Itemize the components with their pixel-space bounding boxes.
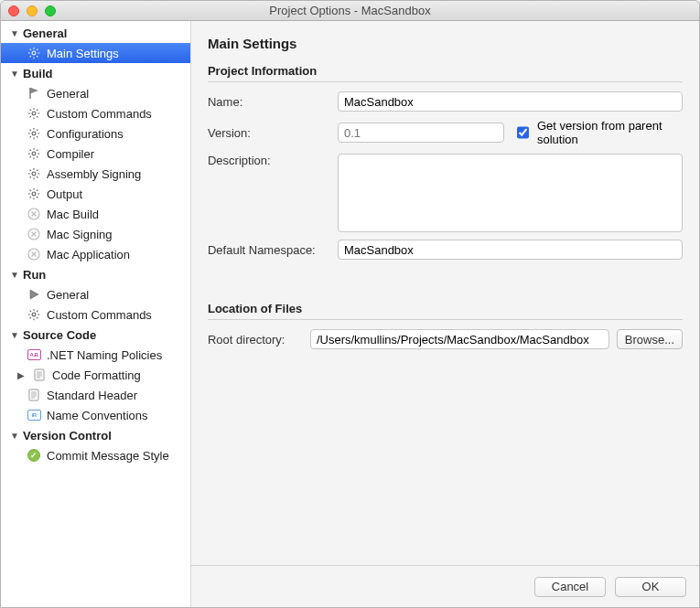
sidebar-item-label: Code Formatting xyxy=(52,368,141,382)
sidebar: ▼ General Main Settings ▼ Build General … xyxy=(1,21,191,607)
root-directory-label: Root directory: xyxy=(208,333,310,347)
namespace-input[interactable] xyxy=(338,240,683,260)
sidebar-item-label: Custom Commands xyxy=(47,107,152,121)
gear-icon xyxy=(27,307,41,322)
sidebar-item-assembly-signing[interactable]: Assembly Signing xyxy=(1,164,190,184)
window-title: Project Options - MacSandbox xyxy=(1,4,699,17)
x-circle-icon xyxy=(27,247,41,261)
name-label: Name: xyxy=(208,95,338,109)
version-input xyxy=(338,123,504,143)
sidebar-item-run-custom-commands[interactable]: Custom Commands xyxy=(1,304,190,325)
document-icon xyxy=(32,368,47,382)
divider xyxy=(208,81,683,82)
sidebar-item-compiler[interactable]: Compiler xyxy=(1,144,190,164)
sidebar-item-net-naming-policies[interactable]: A.B .NET Naming Policies xyxy=(1,345,190,365)
namespace-label: Default Namespace: xyxy=(208,243,338,257)
sidebar-item-build-general[interactable]: General xyxy=(1,83,190,103)
sidebar-item-label: Mac Build xyxy=(47,208,99,221)
rename-icon: iR xyxy=(27,408,41,422)
row-description: Description: xyxy=(208,154,683,232)
titlebar: Project Options - MacSandbox xyxy=(1,1,699,21)
chevron-down-icon: ▼ xyxy=(10,431,19,441)
sidebar-category-label: Build xyxy=(23,67,53,80)
sidebar-item-name-conventions[interactable]: iR Name Conventions xyxy=(1,405,190,425)
version-checkbox-label: Get version from parent solution xyxy=(537,119,683,146)
section-location-of-files: Location of Files xyxy=(208,302,683,315)
sidebar-category-version-control[interactable]: ▼ Version Control xyxy=(1,425,190,445)
check-circle-icon xyxy=(27,448,41,463)
row-root-directory: Root directory: Browse... xyxy=(208,329,683,349)
gear-icon xyxy=(27,106,41,121)
sidebar-item-label: Commit Message Style xyxy=(47,449,169,463)
sidebar-item-main-settings[interactable]: Main Settings xyxy=(1,43,190,63)
sidebar-category-general[interactable]: ▼ General xyxy=(1,23,190,43)
version-from-parent-checkbox[interactable] xyxy=(517,126,529,139)
version-label: Version: xyxy=(208,126,338,140)
maximize-window-button[interactable] xyxy=(45,5,56,16)
content-panel: Main Settings Project Information Name: … xyxy=(191,21,699,607)
svg-point-2 xyxy=(32,112,36,115)
svg-marker-10 xyxy=(30,290,38,299)
x-circle-icon xyxy=(27,227,41,241)
gear-icon xyxy=(27,46,41,60)
divider xyxy=(208,319,683,320)
document-icon xyxy=(27,388,41,402)
sidebar-item-label: Mac Signing xyxy=(47,228,113,241)
svg-marker-1 xyxy=(30,88,38,93)
svg-point-0 xyxy=(32,51,36,55)
sidebar-item-standard-header[interactable]: Standard Header xyxy=(1,385,190,405)
sidebar-item-label: Main Settings xyxy=(47,47,119,60)
page-title: Main Settings xyxy=(208,36,683,51)
browse-button[interactable]: Browse... xyxy=(617,329,683,349)
sidebar-category-label: Version Control xyxy=(23,429,112,443)
gear-icon xyxy=(27,187,41,201)
chevron-down-icon: ▼ xyxy=(10,330,19,340)
sidebar-item-code-formatting[interactable]: ▶ Code Formatting xyxy=(1,365,190,385)
close-window-button[interactable] xyxy=(8,5,19,16)
sidebar-item-mac-signing[interactable]: Mac Signing xyxy=(1,224,190,244)
sidebar-item-label: Custom Commands xyxy=(47,308,152,322)
sidebar-item-commit-message-style[interactable]: Commit Message Style xyxy=(1,445,190,465)
svg-point-5 xyxy=(32,172,36,176)
sidebar-category-source-code[interactable]: ▼ Source Code xyxy=(1,325,190,345)
sidebar-item-run-general[interactable]: General xyxy=(1,284,190,304)
sidebar-item-label: General xyxy=(47,288,89,302)
svg-point-3 xyxy=(32,132,36,135)
gear-icon xyxy=(27,146,41,161)
gear-icon xyxy=(27,166,41,181)
flag-icon xyxy=(27,86,41,101)
dialog-footer: Cancel OK xyxy=(191,565,699,607)
sidebar-item-mac-application[interactable]: Mac Application xyxy=(1,244,190,264)
sidebar-item-label: Output xyxy=(47,187,82,201)
traffic-lights xyxy=(8,5,56,16)
name-input[interactable] xyxy=(338,91,683,112)
svg-point-6 xyxy=(32,192,36,196)
sidebar-category-build[interactable]: ▼ Build xyxy=(1,63,190,83)
sidebar-item-custom-commands[interactable]: Custom Commands xyxy=(1,103,190,123)
svg-point-11 xyxy=(32,313,36,316)
section-project-information: Project Information xyxy=(208,64,683,78)
sidebar-item-configurations[interactable]: Configurations xyxy=(1,123,190,144)
svg-rect-13 xyxy=(29,389,38,400)
row-name: Name: xyxy=(208,91,683,112)
sidebar-item-output[interactable]: Output xyxy=(1,184,190,204)
ok-button[interactable]: OK xyxy=(615,577,686,597)
sidebar-category-label: Run xyxy=(23,268,46,282)
sidebar-item-label: General xyxy=(47,87,89,101)
row-version: Version: Get version from parent solutio… xyxy=(208,119,683,146)
cancel-button[interactable]: Cancel xyxy=(534,577,606,597)
description-textarea[interactable] xyxy=(338,154,683,232)
sidebar-item-mac-build[interactable]: Mac Build xyxy=(1,204,190,224)
sidebar-category-run[interactable]: ▼ Run xyxy=(1,264,190,284)
sidebar-category-label: General xyxy=(23,27,67,40)
svg-point-4 xyxy=(32,152,36,155)
chevron-down-icon: ▼ xyxy=(10,270,19,280)
sidebar-item-label: Name Conventions xyxy=(47,409,148,422)
minimize-window-button[interactable] xyxy=(27,5,38,16)
sidebar-item-label: Standard Header xyxy=(47,389,137,402)
chevron-down-icon: ▼ xyxy=(10,28,19,38)
root-directory-input[interactable] xyxy=(310,329,609,349)
sidebar-item-label: Compiler xyxy=(47,147,94,161)
gear-icon xyxy=(27,126,41,141)
description-label: Description: xyxy=(208,154,338,167)
